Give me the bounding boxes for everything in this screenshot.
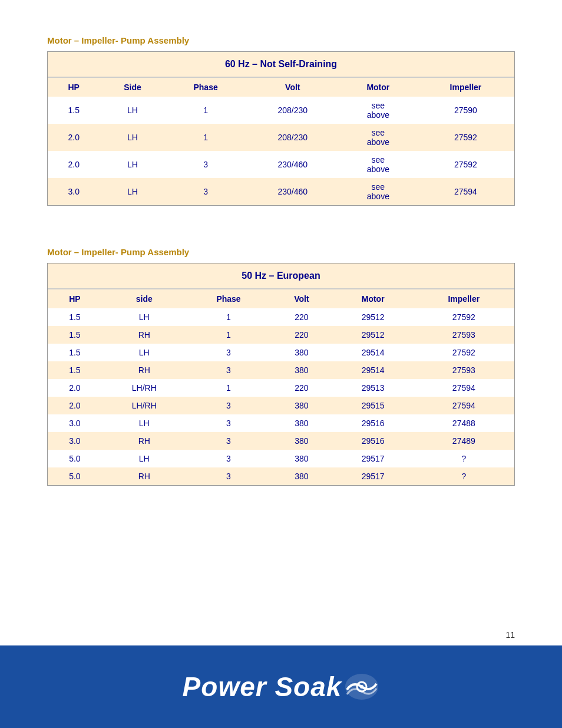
col-phase-1: Phase [165,78,246,97]
logo-text: Power Soak [183,671,342,703]
table-row: 3.0LH33802951627488 [48,414,514,432]
table-cell: 27488 [414,414,514,432]
table-cell: 3 [187,450,270,467]
table-cell: 29512 [333,326,414,344]
col-motor-1: Motor [339,78,417,97]
table-cell: LH [102,308,187,326]
table-cell: 27593 [414,361,514,379]
table-cell: LH/RH [102,379,187,397]
table-cell: LH [102,344,187,361]
table-row: 2.0LH1208/230see above27592 [48,124,514,151]
table-row: 5.0RH338029517? [48,467,514,485]
table-cell: ? [414,467,514,485]
table-cell: 2.0 [48,379,102,397]
footer: Power Soak [0,645,562,728]
table-2-header: 50 Hz – European [48,263,514,289]
table-cell: 29516 [333,432,414,450]
table-row: 1.5RH12202951227593 [48,326,514,344]
table-cell: 1 [187,326,270,344]
table-cell: 3 [187,344,270,361]
table-cell: 230/460 [246,151,339,178]
col-motor-2: Motor [333,289,414,309]
table-1-col-headers: HP Side Phase Volt Motor Impeller [48,78,514,97]
table-cell: 27594 [414,397,514,414]
table-cell: RH [102,326,187,344]
table-cell: RH [102,467,187,485]
table-cell: 1.5 [48,308,102,326]
table-row: 1.5LH33802951427592 [48,344,514,361]
table-2-title: 50 Hz – European [242,271,320,281]
table-cell: 1 [187,308,270,326]
table-cell: 3.0 [48,432,102,450]
table-cell: 5.0 [48,467,102,485]
table-cell: 3.0 [48,178,100,205]
table-cell: 2.0 [48,124,100,151]
table-cell: RH [102,432,187,450]
table-cell: 1.5 [48,344,102,361]
table-1-header: 60 Hz – Not Self-Draining [48,52,514,77]
table-cell: RH [102,361,187,379]
col-volt-2: Volt [270,289,333,309]
table-cell: 27592 [414,344,514,361]
page-number: 11 [505,630,515,640]
col-hp-2: HP [48,289,102,309]
table-cell: 27592 [414,308,514,326]
table-cell: 3 [187,432,270,450]
table-cell: 5.0 [48,450,102,467]
table-cell: 380 [270,432,333,450]
footer-logo: Power Soak [183,671,380,703]
table-2-col-headers: HP side Phase Volt Motor Impeller [48,289,514,309]
table-cell: 27594 [417,178,514,205]
col-impeller-2: Impeller [414,289,514,309]
table-cell: 2.0 [48,397,102,414]
table-cell: 27489 [414,432,514,450]
col-side-1: Side [100,78,165,97]
table-cell: 380 [270,467,333,485]
section-1: Motor – Impeller- Pump Assembly 60 Hz – … [47,35,515,206]
table-2-wrapper: 50 Hz – European HP side Phase Volt Moto… [47,263,515,486]
table-cell: 29514 [333,344,414,361]
table-cell: 29514 [333,361,414,379]
table-cell: 3.0 [48,414,102,432]
table-row: 2.0LH/RH12202951327594 [48,379,514,397]
table-cell: 27592 [417,124,514,151]
table-cell: 27593 [414,326,514,344]
table-cell: LH [102,450,187,467]
table-cell: 380 [270,361,333,379]
table-cell: 208/230 [246,97,339,124]
table-cell: 29517 [333,467,414,485]
table-cell: see above [339,178,417,205]
section-1-title: Motor – Impeller- Pump Assembly [47,35,515,45]
table-cell: 220 [270,326,333,344]
table-cell: 3 [165,151,246,178]
table-cell: 3 [187,397,270,414]
table-cell: 1.5 [48,97,100,124]
table-row: 1.5LH12202951227592 [48,308,514,326]
table-cell: LH [102,414,187,432]
col-hp-1: HP [48,78,100,97]
table-cell: 27592 [417,151,514,178]
table-cell: 29512 [333,308,414,326]
table-row: 2.0LH3230/460see above27592 [48,151,514,178]
table-cell: LH/RH [102,397,187,414]
section-2-title: Motor – Impeller- Pump Assembly [47,247,515,257]
section-2: Motor – Impeller- Pump Assembly 50 Hz – … [47,247,515,486]
table-cell: 220 [270,308,333,326]
table-cell: 29516 [333,414,414,432]
table-cell: 3 [187,414,270,432]
table-row: 5.0LH338029517? [48,450,514,467]
table-cell: see above [339,97,417,124]
col-phase-2: Phase [187,289,270,309]
table-cell: ? [414,450,514,467]
table-row: 3.0RH33802951627489 [48,432,514,450]
table-cell: LH [100,178,165,205]
table-row: 2.0LH/RH33802951527594 [48,397,514,414]
table-row: 3.0LH3230/460see above27594 [48,178,514,205]
table-cell: LH [100,97,165,124]
table-cell: LH [100,124,165,151]
logo-icon [344,672,379,701]
table-cell: 230/460 [246,178,339,205]
table-cell: LH [100,151,165,178]
table-cell: 29515 [333,397,414,414]
table-cell: 220 [270,379,333,397]
